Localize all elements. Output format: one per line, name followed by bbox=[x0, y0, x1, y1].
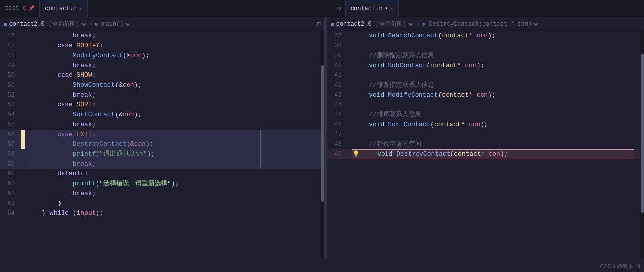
left-breadcrumb: ◉ contact2.0 (全局范围) › ⊕ main() ⊞ bbox=[0, 17, 324, 31]
right-scrollbar[interactable] bbox=[640, 31, 644, 258]
line-content: break; bbox=[25, 31, 324, 41]
tab-contact-h[interactable]: contact.h ● ✕ bbox=[346, 0, 399, 17]
line-content: case SHOW: bbox=[25, 70, 324, 80]
line-number: 60 bbox=[0, 169, 21, 179]
line-indicator bbox=[21, 130, 25, 139]
line-number: 41 bbox=[327, 70, 348, 80]
left-fn-icon: ⊕ bbox=[95, 21, 98, 27]
bulb-icon[interactable]: 💡 bbox=[353, 149, 360, 159]
line-indicator bbox=[21, 159, 25, 169]
left-project-label: contact2.0 bbox=[9, 21, 45, 28]
app-container: test.c 📌 contact.c ✕ ⚙ contact.h ● ✕ ◉ c… bbox=[0, 0, 644, 272]
line-number: 37 bbox=[327, 31, 348, 41]
line-content: break; bbox=[25, 61, 324, 70]
table-row: 46 void SortContact(contact* con); bbox=[327, 120, 644, 130]
table-row: 48 //释放申请的空间 bbox=[327, 139, 644, 149]
line-indicator bbox=[348, 31, 352, 41]
line-content: printf("选择错误，请重新选择"); bbox=[25, 179, 324, 189]
table-row: 44 bbox=[327, 100, 644, 110]
table-row: 40 void SubContact(contact* con); bbox=[327, 61, 644, 70]
line-indicator bbox=[21, 100, 25, 110]
line-indicator bbox=[21, 70, 25, 80]
line-indicator bbox=[348, 51, 352, 61]
table-row: 48 ModifyContact(&con); bbox=[0, 51, 324, 61]
line-indicator bbox=[21, 189, 25, 199]
table-row: 46 break; bbox=[0, 31, 324, 41]
line-indicator bbox=[348, 70, 352, 80]
left-expand-icon[interactable]: ⊞ bbox=[317, 20, 321, 28]
line-content: //删除指定联系人信息 bbox=[352, 51, 644, 61]
right-code-area: 37 void SearchContact(contact* con); 38 … bbox=[327, 31, 644, 258]
line-content: //释放申请的空间 bbox=[352, 139, 644, 149]
line-content: void DestroyContact(contact* con); bbox=[360, 149, 644, 159]
line-content: printf("退出通讯录\n"); bbox=[25, 149, 324, 159]
table-row: 56 case EXIT: bbox=[0, 130, 324, 139]
line-indicator bbox=[348, 110, 352, 120]
line-content: case EXIT: bbox=[25, 130, 324, 139]
table-row: 39 //删除指定联系人信息 bbox=[327, 51, 644, 61]
line-indicator bbox=[21, 80, 25, 90]
line-content: default: bbox=[25, 169, 324, 179]
line-content: case SORT: bbox=[25, 100, 324, 110]
line-indicator bbox=[21, 51, 25, 61]
line-number: 62 bbox=[0, 189, 21, 199]
line-number: 56 bbox=[0, 130, 21, 139]
line-number: 47 bbox=[327, 130, 348, 139]
tab-contact-c[interactable]: contact.c ✕ bbox=[40, 0, 88, 17]
table-row: 49 break; bbox=[0, 61, 324, 70]
tab-contact-h-label: contact.h bbox=[351, 5, 383, 12]
line-number: 52 bbox=[0, 90, 21, 100]
line-indicator bbox=[21, 199, 25, 208]
line-indicator bbox=[348, 80, 352, 90]
right-breadcrumb: ◉ contact2.0 (全局范围) › ⊕ DestroyContact(c… bbox=[327, 17, 644, 31]
line-content: break; bbox=[25, 159, 324, 169]
tab-test-c[interactable]: test.c 📌 bbox=[0, 0, 40, 17]
line-indicator bbox=[21, 149, 25, 159]
table-row: 42 //修改指定联系人信息 bbox=[327, 80, 644, 90]
line-content: ModifyContact(&con); bbox=[25, 51, 324, 61]
right-fn-select[interactable]: DestroyContact(contact * con) bbox=[427, 20, 540, 28]
line-number: 50 bbox=[0, 70, 21, 80]
tab-test-c-label: test.c bbox=[5, 5, 26, 12]
line-indicator bbox=[348, 130, 352, 139]
right-project-icon: ◉ bbox=[331, 21, 334, 27]
line-content: ShowContact(&con); bbox=[25, 80, 324, 90]
line-indicator bbox=[21, 41, 25, 51]
line-indicator bbox=[21, 208, 25, 218]
left-project-icon: ◉ bbox=[4, 21, 7, 27]
left-breadcrumb-sep: › bbox=[90, 21, 93, 28]
table-row: 45 //排序联系人信息 bbox=[327, 110, 644, 120]
line-indicator bbox=[348, 139, 352, 149]
table-row: 61 printf("选择错误，请重新选择"); bbox=[0, 179, 324, 189]
gear-icon[interactable]: ⚙ bbox=[333, 4, 345, 13]
line-content: case MODIFY: bbox=[25, 41, 324, 51]
line-indicator bbox=[348, 41, 352, 51]
line-number: 61 bbox=[0, 179, 21, 189]
left-code-lines: 46 break; 47 case MODIFY: 48 ModifyConta… bbox=[0, 31, 324, 258]
line-indicator bbox=[348, 90, 352, 100]
line-indicator bbox=[21, 110, 25, 120]
table-row: 37 void SearchContact(contact* con); bbox=[327, 31, 644, 41]
right-fn-icon: ⊕ bbox=[422, 21, 425, 27]
right-scope-select[interactable]: (全局范围) bbox=[374, 20, 415, 28]
editors-container: ◉ contact2.0 (全局范围) › ⊕ main() ⊞ 46 brea… bbox=[0, 17, 644, 258]
line-indicator bbox=[21, 139, 25, 149]
line-content: void ModifyContact(contact* con); bbox=[352, 90, 644, 100]
left-code-area: 46 break; 47 case MODIFY: 48 ModifyConta… bbox=[0, 31, 324, 258]
watermark: CSDN @南木_N bbox=[600, 263, 640, 270]
table-row: 59 break; bbox=[0, 159, 324, 169]
tab-contact-h-close[interactable]: ✕ bbox=[390, 6, 393, 12]
left-scrollbar[interactable] bbox=[321, 31, 324, 258]
line-content: } while (input); bbox=[25, 208, 324, 218]
line-indicator bbox=[348, 120, 352, 130]
line-number: 45 bbox=[327, 110, 348, 120]
left-scope-select[interactable]: (全局范围) bbox=[47, 20, 88, 28]
tab-contact-c-close[interactable]: ✕ bbox=[79, 6, 82, 12]
line-indicator bbox=[21, 120, 25, 130]
line-indicator bbox=[21, 169, 25, 179]
line-number: 49 bbox=[0, 61, 21, 70]
table-row: 41 bbox=[327, 70, 644, 80]
line-number: 40 bbox=[327, 61, 348, 70]
line-number: 49 bbox=[327, 149, 348, 159]
left-fn-select[interactable]: main() bbox=[100, 20, 131, 28]
